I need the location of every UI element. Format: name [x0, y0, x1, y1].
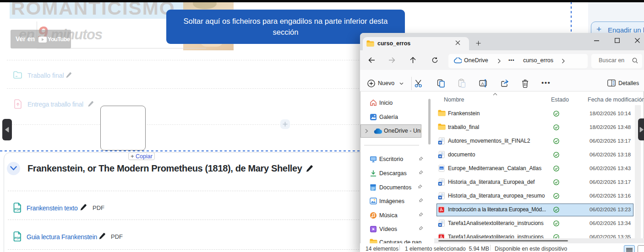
svg-text:w: w [438, 182, 442, 185]
svg-text:w: w [438, 141, 442, 144]
svg-text:A: A [481, 81, 484, 86]
svg-text:w: w [438, 196, 442, 199]
svg-text:PDF: PDF [15, 236, 21, 240]
svg-text:w: w [438, 155, 442, 158]
svg-text:w: w [438, 223, 442, 226]
svg-text:PDF: PDF [15, 208, 21, 211]
